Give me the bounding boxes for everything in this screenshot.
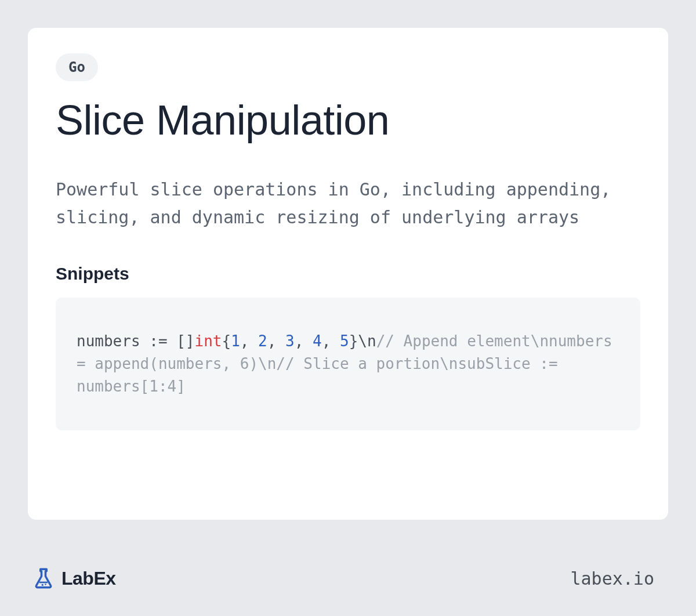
- code-snippet: numbers := []int{1, 2, 3, 4, 5}\n// Appe…: [56, 298, 640, 430]
- language-tag: Go: [56, 53, 98, 81]
- description-text: Powerful slice operations in Go, includi…: [56, 176, 640, 231]
- page-title: Slice Manipulation: [56, 97, 640, 143]
- footer: LabEx labex.io: [31, 566, 654, 590]
- site-url: labex.io: [571, 568, 655, 589]
- brand-name: LabEx: [61, 568, 116, 589]
- content-card: Go Slice Manipulation Powerful slice ope…: [28, 28, 668, 520]
- snippets-heading: Snippets: [56, 264, 640, 284]
- brand: LabEx: [31, 566, 116, 590]
- svg-point-0: [42, 584, 44, 586]
- svg-point-1: [45, 584, 46, 585]
- flask-icon: [31, 566, 56, 590]
